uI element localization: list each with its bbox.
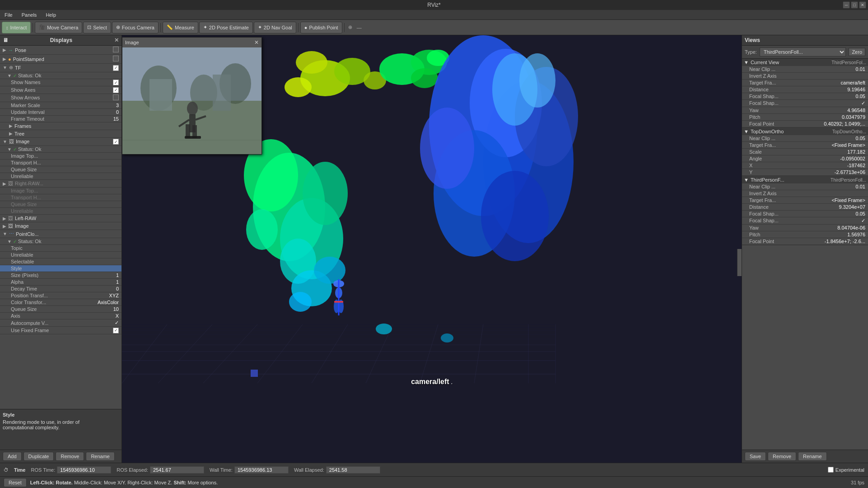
display-tf[interactable]: ▼ ⊕ TF ✓ [0,64,121,72]
show-axes-checkbox[interactable]: ✓ [113,87,119,93]
pc-use-fixed-frame[interactable]: Use Fixed Frame ✓ [0,327,121,334]
cv-yaw: Yaw 4.96548 [742,107,868,114]
pc-unreliable: Unreliable [0,252,121,258]
views-type-dropdown[interactable]: ThirdPersonFoll... TopDownOrtho FPS Orbi… [760,47,846,56]
measure-button[interactable]: 📏 Measure [163,22,198,33]
pc-axis: Axis X [0,313,121,319]
fps-display: 31 fps [851,480,864,485]
menu-panels[interactable]: Panels [19,11,40,19]
pointcloud-label: PointClo... [16,231,39,237]
3d-viewport[interactable]: camera/left . Image ✕ [122,35,742,463]
show-names-checkbox[interactable]: ✓ [113,80,119,85]
publish-point-button[interactable]: ● Publish Point [300,22,342,33]
pc-selectable: Selectable [0,258,121,265]
display-image2[interactable]: ▶ 🖼 Image [0,222,121,230]
experimental-checkbox[interactable] [828,467,834,473]
image-window-title: Image [125,40,139,45]
views-zero-button[interactable]: Zero [849,48,865,56]
tf-icon: ⊕ [9,65,13,70]
displays-close-icon[interactable]: ✕ [114,37,119,43]
display-pose[interactable]: ▶ → Pose [0,46,121,55]
image-window-titlebar[interactable]: Image ✕ [122,38,261,47]
2d-pose-button[interactable]: ✦ 2D Pose Estimate [199,22,253,33]
minimize-button[interactable]: ─ [843,1,850,9]
remove-view-button[interactable]: Remove [768,452,796,461]
image-disp-label: Image [16,139,30,144]
focus-camera-button[interactable]: ⊕ Focus Camera [112,22,159,33]
viewport-scroll-indicator[interactable] [737,249,742,276]
pose-checkbox[interactable] [113,47,119,52]
displays-content[interactable]: ▶ → Pose ▶ ● PointStamped ▼ ⊕ TF ✓ ▼ [0,46,121,409]
display-pointcloud[interactable]: ▼ ⋯ PointClo... [0,230,121,238]
pointstamped-icon: ● [8,56,11,62]
svg-point-34 [411,68,438,88]
svg-point-41 [246,209,278,250]
experimental-section: Experimental [828,467,864,473]
tf-show-names[interactable]: Show Names ✓ [0,79,121,87]
image2-label: Image [15,223,29,229]
menu-file[interactable]: File [2,11,15,19]
status-description-panel: Style Rendering mode to use, in order of… [0,409,121,450]
svg-rect-21 [251,370,258,377]
save-view-button[interactable]: Save [745,452,766,461]
tf-checkbox[interactable]: ✓ [113,65,119,71]
ros-elapsed-label: ROS Elapsed: [117,467,148,473]
add-display-button[interactable]: Add [3,452,22,461]
image-close-button[interactable]: ✕ [254,39,259,46]
tf-label: TF [15,65,21,70]
toolbar-extra-icon[interactable]: ⊕ [346,24,354,30]
current-view-section: ▼ Current View ThirdPersonFol... Near Cl… [742,59,868,128]
camera-label: camera/left . [411,378,453,386]
menu-help[interactable]: Help [43,11,59,19]
image-transport: Transport H... [0,160,121,166]
current-view-header[interactable]: ▼ Current View ThirdPersonFol... [742,59,868,66]
move-camera-icon: 🎥 [39,24,45,30]
right-raw-unreliable: Unreliable [0,208,121,215]
cv-target-frame: Target Fra... camera/left [742,80,868,86]
thirdperson-type: ThirdPersonFoll... [831,178,866,183]
topdown-ortho-header[interactable]: ▼ TopDownOrtho TopDownOrtho... [742,128,868,135]
rename-display-button[interactable]: Rename [86,452,115,461]
reset-button[interactable]: Reset [4,478,27,487]
pointstamped-label: PointStamped [13,56,44,62]
rename-view-button[interactable]: Rename [798,452,827,461]
image2-expand-icon: ▶ [3,224,6,229]
display-right-raw[interactable]: ▶ 🖼 Right-RAW... [0,180,121,188]
move-camera-button[interactable]: 🎥 Move Camera [35,22,82,33]
interact-icon: ↕ [6,25,9,30]
cv-invert-z: Invert Z Axis [742,73,868,80]
duplicate-display-button[interactable]: Duplicate [23,452,54,461]
thirdperson-header[interactable]: ▼ ThirdPersonF... ThirdPersonFoll... [742,176,868,183]
toolbar-minus-icon[interactable]: — [355,25,364,30]
displays-buttons: Add Duplicate Remove Rename [0,450,121,463]
2d-nav-icon: ✦ [258,24,262,30]
2d-pose-icon: ✦ [203,24,207,30]
select-button[interactable]: ⊡ Select [83,22,111,33]
maximize-button[interactable]: □ [851,1,858,9]
remove-display-button[interactable]: Remove [56,452,84,461]
pc-style[interactable]: Style [0,265,121,272]
display-left-raw[interactable]: ▶ 🖼 Left-RAW [0,215,121,222]
tf-show-arrows[interactable]: Show Arrows [0,94,121,102]
cv-focal-shap1: Focal Shap... 0.05 [742,93,868,100]
left-raw-label: Left-RAW [15,216,36,221]
display-pointstamped[interactable]: ▶ ● PointStamped [0,55,121,64]
image-checkbox[interactable]: ✓ [113,139,119,145]
tf-marker-scale: Marker Scale 3 [0,102,121,109]
tf-show-axes[interactable]: Show Axes ✓ [0,86,121,94]
views-header: Views [742,35,868,46]
displays-title: Displays [50,37,72,43]
svg-point-69 [187,102,198,115]
interact-button[interactable]: ↕ Interact [2,22,31,33]
tf-frames[interactable]: ▶ Frames [0,122,121,130]
show-arrows-checkbox[interactable] [113,94,119,100]
close-button[interactable]: ✕ [859,1,866,9]
display-image[interactable]: ▼ 🖼 Image ✓ [0,138,121,146]
2d-nav-button[interactable]: ✦ 2D Nav Goal [254,22,296,33]
use-fixed-frame-checkbox[interactable]: ✓ [113,328,119,333]
pointstamped-checkbox[interactable] [113,56,119,61]
tp-pitch: Pitch 1.56976 [742,231,868,238]
tf-tree[interactable]: ▶ Tree [0,130,121,138]
tree-label: Tree [14,131,24,136]
svg-rect-71 [186,124,190,138]
